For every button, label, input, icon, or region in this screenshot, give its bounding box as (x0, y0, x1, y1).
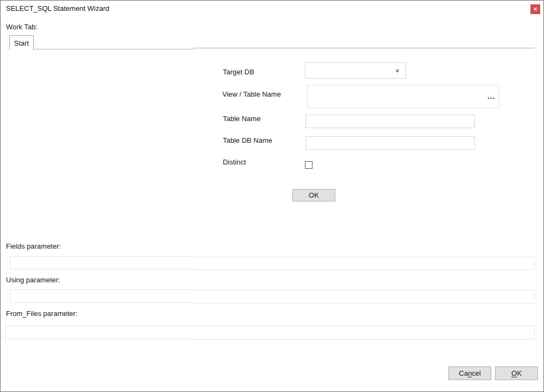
using-parameter-label: Using parameter: (6, 276, 60, 284)
using-parameter-input-left[interactable] (10, 289, 194, 303)
using-parameter-input-right[interactable] (193, 290, 535, 304)
tab-strip-line-left (9, 49, 194, 49)
table-name-input[interactable] (305, 115, 475, 128)
table-db-name-input[interactable] (305, 136, 475, 150)
wizard-window: SELECT_SQL Statement Wizard ✕ Work Tab: … (0, 0, 544, 392)
target-db-combobox[interactable] (305, 62, 406, 79)
distinct-checkbox[interactable] (305, 161, 312, 169)
target-db-label: Target DB (223, 68, 254, 76)
fields-parameter-input-right[interactable] (193, 257, 535, 270)
view-table-name-input[interactable] (308, 85, 493, 108)
browse-button[interactable]: … (487, 91, 496, 100)
page-title: SELECT_SQL Statement Wizard (6, 4, 109, 12)
from-files-parameter-input-left[interactable] (5, 325, 194, 339)
ellipsis-icon: … (487, 91, 496, 100)
tab-strip-line-right (193, 48, 535, 48)
fields-parameter-input-left[interactable] (10, 256, 194, 269)
tab-start[interactable]: Start (9, 35, 34, 50)
view-table-name-field: … (307, 85, 499, 108)
from-files-parameter-label: From_Files parameter: (6, 309, 77, 318)
from-files-parameter-input-right[interactable] (193, 326, 535, 340)
apply-ok-button-label: OK (309, 191, 319, 199)
cancel-button[interactable]: Cancel (448, 366, 491, 380)
ok-button[interactable]: OK (495, 366, 538, 380)
table-name-label: Table Name (223, 115, 260, 123)
fields-parameter-label: Fields parameter: (6, 242, 61, 250)
chevron-down-icon (396, 69, 399, 73)
apply-ok-button[interactable]: OK (292, 189, 335, 201)
close-icon: ✕ (533, 7, 537, 12)
ok-button-label: OK (511, 369, 522, 377)
table-db-name-label: Table DB Name (223, 136, 272, 144)
cancel-button-label: Cancel (459, 369, 480, 377)
tab-start-label: Start (14, 39, 29, 47)
work-tab-label: Work Tab: (6, 23, 37, 31)
view-table-name-label: View / Table Name (222, 90, 281, 98)
close-button[interactable]: ✕ (530, 4, 540, 14)
distinct-label: Distinct (223, 158, 246, 166)
